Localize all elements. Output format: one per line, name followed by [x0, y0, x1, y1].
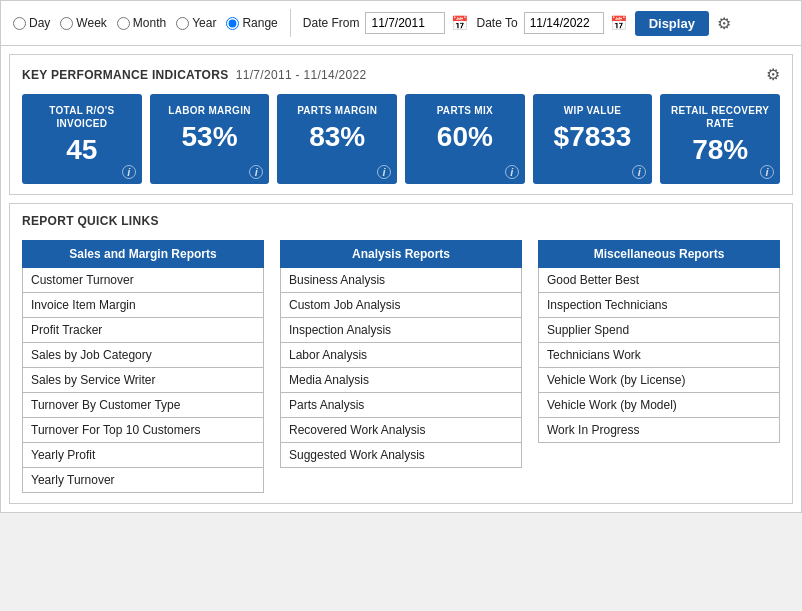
report-columns: Sales and Margin ReportsCustomer Turnove… [22, 240, 780, 493]
report-link-2-6[interactable]: Work In Progress [538, 418, 780, 443]
kpi-gear-icon[interactable]: ⚙ [766, 65, 780, 84]
report-link-2-5[interactable]: Vehicle Work (by Model) [538, 393, 780, 418]
radio-range[interactable]: Range [226, 16, 277, 30]
report-link-0-0[interactable]: Customer Turnover [22, 268, 264, 293]
report-link-1-3[interactable]: Labor Analysis [280, 343, 522, 368]
radio-month-label: Month [133, 16, 166, 30]
kpi-card-4: WIP VALUE $7833 i [533, 94, 653, 184]
radio-day[interactable]: Day [13, 16, 50, 30]
radio-day-input[interactable] [13, 17, 26, 30]
topbar-gear-icon[interactable]: ⚙ [717, 14, 731, 33]
report-link-1-4[interactable]: Media Analysis [280, 368, 522, 393]
kpi-info-icon-3[interactable]: i [505, 165, 519, 179]
kpi-section: KEY PERFORMANCE INDICATORS 11/7/2011 - 1… [9, 54, 793, 195]
radio-year-input[interactable] [176, 17, 189, 30]
report-link-2-0[interactable]: Good Better Best [538, 268, 780, 293]
kpi-info-icon-2[interactable]: i [377, 165, 391, 179]
report-link-1-2[interactable]: Inspection Analysis [280, 318, 522, 343]
report-link-1-0[interactable]: Business Analysis [280, 268, 522, 293]
radio-day-label: Day [29, 16, 50, 30]
report-link-1-6[interactable]: Recovered Work Analysis [280, 418, 522, 443]
kpi-title-text: KEY PERFORMANCE INDICATORS [22, 68, 229, 82]
app-wrapper: Day Week Month Year Range Date From [0, 0, 802, 513]
kpi-card-label-1: LABOR MARGIN [168, 104, 250, 117]
kpi-card-5: RETAIL RECOVERY RATE 78% i [660, 94, 780, 184]
report-link-0-2[interactable]: Profit Tracker [22, 318, 264, 343]
report-link-2-2[interactable]: Supplier Spend [538, 318, 780, 343]
radio-week-input[interactable] [60, 17, 73, 30]
calendar-to-icon[interactable]: 📅 [610, 15, 627, 31]
kpi-card-1: LABOR MARGIN 53% i [150, 94, 270, 184]
kpi-info-icon-4[interactable]: i [632, 165, 646, 179]
radio-range-input[interactable] [226, 17, 239, 30]
report-link-0-4[interactable]: Sales by Service Writer [22, 368, 264, 393]
report-section: REPORT QUICK LINKS Sales and Margin Repo… [9, 203, 793, 504]
top-bar: Day Week Month Year Range Date From [1, 1, 801, 46]
date-to-label: Date To [476, 16, 517, 30]
report-column-2: Miscellaneous ReportsGood Better BestIns… [538, 240, 780, 493]
report-link-1-1[interactable]: Custom Job Analysis [280, 293, 522, 318]
calendar-from-icon[interactable]: 📅 [451, 15, 468, 31]
date-to-group: Date To 📅 [476, 12, 626, 34]
report-col-header-2: Miscellaneous Reports [538, 240, 780, 268]
report-link-1-7[interactable]: Suggested Work Analysis [280, 443, 522, 468]
kpi-card-label-2: PARTS MARGIN [297, 104, 377, 117]
report-link-0-6[interactable]: Turnover For Top 10 Customers [22, 418, 264, 443]
kpi-card-label-0: TOTAL R/O'S INVOICED [30, 104, 134, 130]
radio-range-label: Range [242, 16, 277, 30]
kpi-header: KEY PERFORMANCE INDICATORS 11/7/2011 - 1… [22, 65, 780, 84]
radio-week[interactable]: Week [60, 16, 106, 30]
kpi-title: KEY PERFORMANCE INDICATORS 11/7/2011 - 1… [22, 68, 367, 82]
date-from-group: Date From 📅 [303, 12, 469, 34]
kpi-card-value-1: 53% [181, 123, 237, 151]
radio-year-label: Year [192, 16, 216, 30]
report-link-0-7[interactable]: Yearly Profit [22, 443, 264, 468]
kpi-card-label-3: PARTS MIX [437, 104, 493, 117]
kpi-info-icon-0[interactable]: i [122, 165, 136, 179]
report-col-header-1: Analysis Reports [280, 240, 522, 268]
report-column-0: Sales and Margin ReportsCustomer Turnove… [22, 240, 264, 493]
report-link-2-4[interactable]: Vehicle Work (by License) [538, 368, 780, 393]
kpi-card-0: TOTAL R/O'S INVOICED 45 i [22, 94, 142, 184]
divider [290, 9, 291, 37]
radio-year[interactable]: Year [176, 16, 216, 30]
report-link-0-3[interactable]: Sales by Job Category [22, 343, 264, 368]
report-link-2-1[interactable]: Inspection Technicians [538, 293, 780, 318]
kpi-date-range: 11/7/2011 - 11/14/2022 [236, 68, 367, 82]
kpi-card-label-5: RETAIL RECOVERY RATE [668, 104, 772, 130]
kpi-card-label-4: WIP VALUE [564, 104, 621, 117]
report-link-2-3[interactable]: Technicians Work [538, 343, 780, 368]
radio-week-label: Week [76, 16, 106, 30]
kpi-card-value-0: 45 [66, 136, 97, 164]
report-link-0-1[interactable]: Invoice Item Margin [22, 293, 264, 318]
date-from-label: Date From [303, 16, 360, 30]
report-link-1-5[interactable]: Parts Analysis [280, 393, 522, 418]
radio-month-input[interactable] [117, 17, 130, 30]
kpi-card-2: PARTS MARGIN 83% i [277, 94, 397, 184]
report-section-title: REPORT QUICK LINKS [22, 214, 780, 228]
date-from-input[interactable] [365, 12, 445, 34]
date-to-input[interactable] [524, 12, 604, 34]
display-button[interactable]: Display [635, 11, 709, 36]
kpi-card-3: PARTS MIX 60% i [405, 94, 525, 184]
report-column-1: Analysis ReportsBusiness AnalysisCustom … [280, 240, 522, 493]
kpi-cards-container: TOTAL R/O'S INVOICED 45 i LABOR MARGIN 5… [22, 94, 780, 184]
kpi-card-value-5: 78% [692, 136, 748, 164]
period-radio-group: Day Week Month Year Range [13, 16, 278, 30]
kpi-card-value-2: 83% [309, 123, 365, 151]
kpi-info-icon-5[interactable]: i [760, 165, 774, 179]
report-col-header-0: Sales and Margin Reports [22, 240, 264, 268]
radio-month[interactable]: Month [117, 16, 166, 30]
report-link-0-5[interactable]: Turnover By Customer Type [22, 393, 264, 418]
kpi-info-icon-1[interactable]: i [249, 165, 263, 179]
report-link-0-8[interactable]: Yearly Turnover [22, 468, 264, 493]
kpi-card-value-4: $7833 [554, 123, 632, 151]
kpi-card-value-3: 60% [437, 123, 493, 151]
